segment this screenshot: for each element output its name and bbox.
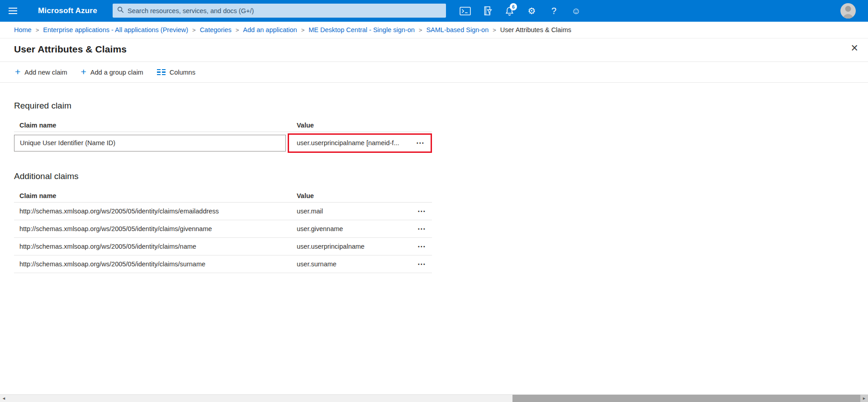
row-menu-button[interactable]: ••• (418, 227, 432, 232)
topbar-icon-group: 6 ⚙ ? ☺ (454, 0, 587, 22)
claim-name-column-header: Claim name (14, 192, 297, 199)
claim-name-column-header: Claim name (14, 122, 297, 129)
horizontal-scrollbar[interactable]: ◄ ► (0, 394, 868, 402)
chevron-right-icon: > (192, 27, 196, 33)
global-search[interactable] (113, 4, 446, 18)
required-claim-name-box[interactable]: Unique User Identifier (Name ID) (14, 135, 286, 151)
row-menu-button[interactable]: ••• (418, 209, 432, 214)
claim-value-cell: user.mail (297, 208, 418, 215)
plus-icon: + (15, 67, 20, 76)
breadcrumb-add-an-application[interactable]: Add an application (243, 26, 297, 33)
row-menu-button[interactable]: ••• (417, 141, 431, 146)
page-title: User Attributes & Claims (14, 44, 127, 55)
table-header: Claim name Value (14, 189, 432, 203)
claim-name-cell: http://schemas.xmlsoap.org/ws/2005/05/id… (14, 243, 297, 250)
chevron-right-icon: > (36, 27, 39, 33)
columns-icon (157, 69, 166, 76)
main-content: Required claim Claim name Value Unique U… (0, 83, 868, 394)
chevron-right-icon: > (419, 27, 422, 33)
help-icon[interactable]: ? (543, 0, 565, 22)
value-column-header: Value (297, 192, 432, 199)
claim-row-name[interactable]: http://schemas.xmlsoap.org/ws/2005/05/id… (14, 238, 432, 255)
directory-filter-icon[interactable] (476, 0, 498, 22)
value-column-header: Value (297, 122, 432, 129)
claim-value-cell: user.givenname (297, 225, 418, 232)
scroll-left-arrow-icon[interactable]: ◄ (0, 395, 8, 402)
required-claim-row: Unique User Identifier (Name ID) user.us… (14, 132, 432, 154)
breadcrumb-home[interactable]: Home (14, 26, 32, 33)
search-icon (117, 6, 124, 15)
claim-value-cell: user.surname (297, 260, 418, 268)
chevron-right-icon: > (301, 27, 305, 33)
claim-row-emailaddress[interactable]: http://schemas.xmlsoap.org/ws/2005/05/id… (14, 203, 432, 220)
command-bar: + Add new claim + Add a group claim Colu… (0, 62, 868, 83)
required-claim-table: Claim name Value Unique User Identifier … (14, 118, 432, 154)
claim-value-cell: user.userprincipalname (297, 243, 418, 250)
top-bar: Microsoft Azure 6 ⚙ ? ☺ (0, 0, 868, 22)
notification-badge: 6 (510, 3, 517, 10)
search-input[interactable] (128, 7, 441, 14)
breadcrumb-saml-based-sign-on[interactable]: SAML-based Sign-on (426, 26, 489, 33)
add-new-claim-label: Add new claim (24, 69, 67, 76)
row-menu-button[interactable]: ••• (418, 244, 432, 249)
settings-gear-icon[interactable]: ⚙ (521, 0, 543, 22)
breadcrumb-enterprise-applications[interactable]: Enterprise applications - All applicatio… (43, 26, 188, 33)
required-claim-value[interactable]: user.userprincipalname [nameid-f... (289, 139, 417, 147)
title-bar: User Attributes & Claims × (0, 38, 868, 62)
highlight-box: user.userprincipalname [nameid-f... ••• (288, 133, 432, 153)
required-claim-heading: Required claim (14, 101, 868, 111)
breadcrumb-current: User Attributes & Claims (500, 26, 571, 33)
breadcrumb: Home > Enterprise applications - All app… (0, 22, 868, 38)
columns-button[interactable]: Columns (157, 69, 195, 76)
breadcrumb-me-desktop-central[interactable]: ME Desktop Central - Single sign-on (308, 26, 415, 33)
columns-label: Columns (170, 69, 195, 76)
chevron-right-icon: > (236, 27, 239, 33)
feedback-smiley-icon[interactable]: ☺ (565, 0, 587, 22)
breadcrumb-categories[interactable]: Categories (200, 26, 232, 33)
scrollbar-thumb[interactable] (512, 395, 861, 402)
claim-name-cell: http://schemas.xmlsoap.org/ws/2005/05/id… (14, 225, 297, 232)
close-icon[interactable]: × (851, 42, 858, 54)
add-new-claim-button[interactable]: + Add new claim (15, 68, 67, 76)
cloudshell-icon[interactable] (454, 0, 476, 22)
claim-row-givenname[interactable]: http://schemas.xmlsoap.org/ws/2005/05/id… (14, 220, 432, 238)
additional-claims-heading: Additional claims (14, 171, 868, 181)
table-header: Claim name Value (14, 118, 432, 132)
avatar[interactable] (840, 3, 856, 19)
plus-icon: + (81, 67, 86, 76)
claim-name-cell: http://schemas.xmlsoap.org/ws/2005/05/id… (14, 208, 297, 215)
add-group-claim-button[interactable]: + Add a group claim (81, 68, 143, 76)
hamburger-icon[interactable] (0, 0, 25, 22)
add-group-claim-label: Add a group claim (90, 69, 143, 76)
chevron-right-icon: > (493, 27, 496, 33)
additional-claims-table: Claim name Value http://schemas.xmlsoap.… (14, 189, 432, 273)
azure-brand-title[interactable]: Microsoft Azure (38, 6, 97, 15)
row-menu-button[interactable]: ••• (418, 262, 432, 267)
scroll-right-arrow-icon[interactable]: ► (860, 395, 868, 402)
azure-portal-window: Microsoft Azure 6 ⚙ ? ☺ Home > (0, 0, 868, 402)
notifications-bell-icon[interactable]: 6 (498, 0, 521, 22)
claim-name-cell: http://schemas.xmlsoap.org/ws/2005/05/id… (14, 260, 297, 268)
claim-row-surname[interactable]: http://schemas.xmlsoap.org/ws/2005/05/id… (14, 255, 432, 273)
